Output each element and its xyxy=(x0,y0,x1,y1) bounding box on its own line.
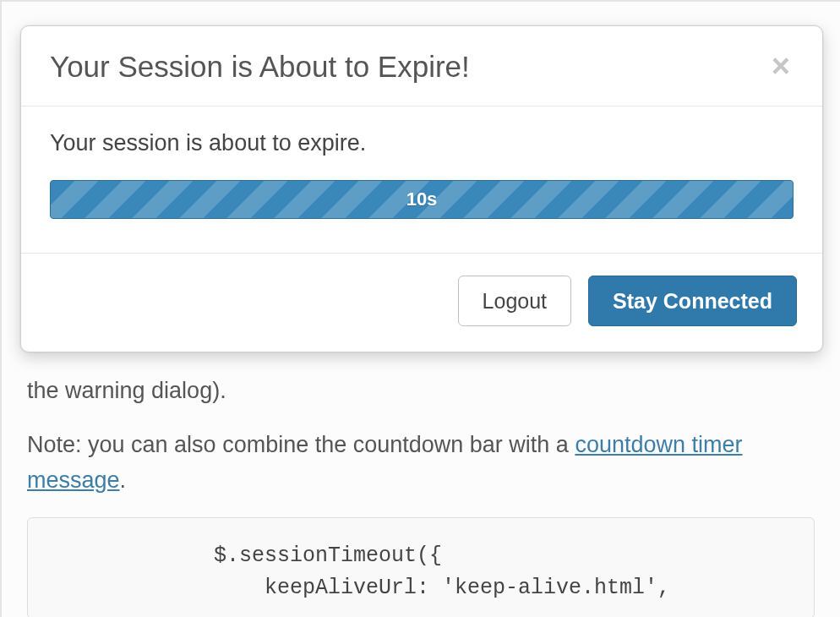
code-line-1: $.sessionTimeout({ xyxy=(214,543,442,568)
logout-button[interactable]: Logout xyxy=(458,276,571,326)
countdown-label: 10s xyxy=(51,181,793,218)
modal-body: Your session is about to expire. 10s xyxy=(21,106,822,253)
session-timeout-modal: Your Session is About to Expire! × Your … xyxy=(20,25,823,352)
stay-connected-button[interactable]: Stay Connected xyxy=(588,276,797,326)
modal-header: Your Session is About to Expire! × xyxy=(21,26,822,106)
code-line-2: keepAliveUrl: 'keep-alive.html', xyxy=(214,576,670,600)
note-text-prefix: Note: you can also combine the countdown… xyxy=(27,432,575,457)
note-paragraph: Note: you can also combine the countdown… xyxy=(27,428,815,499)
modal-title: Your Session is About to Expire! xyxy=(50,50,470,84)
code-block: $.sessionTimeout({ keepAliveUrl: 'keep-a… xyxy=(27,517,815,617)
countdown-progress-bar: 10s xyxy=(50,180,794,219)
background-page: the warning dialog). Note: you can also … xyxy=(27,374,815,617)
note-text-suffix: . xyxy=(120,467,127,493)
modal-footer: Logout Stay Connected xyxy=(21,253,822,352)
close-icon[interactable]: × xyxy=(768,50,794,82)
modal-body-text: Your session is about to expire. xyxy=(50,130,794,156)
paragraph-fragment: the warning dialog). xyxy=(27,374,815,409)
